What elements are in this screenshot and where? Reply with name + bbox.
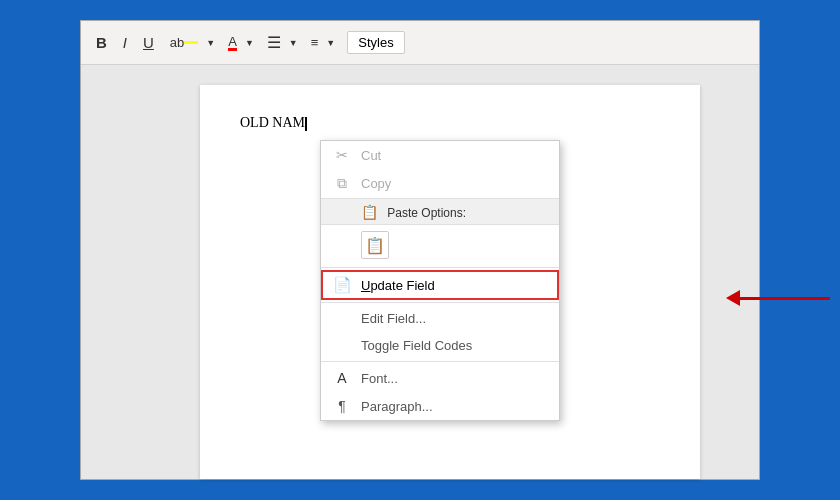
update-field-menu-item[interactable]: 📄 Update Field [321, 270, 559, 300]
text-content: OLD NAM [240, 115, 305, 130]
styles-button[interactable]: Styles [347, 31, 404, 54]
list-dropdown[interactable]: ▼ [287, 36, 300, 50]
paragraph-label: Paragraph... [361, 399, 433, 414]
cut-icon: ✂ [333, 147, 351, 163]
document-text: OLD NAM [240, 115, 660, 131]
paste-icons-row: 📋 [321, 225, 559, 265]
arrow-line [740, 297, 830, 300]
toolbar: B I U ab ▼ A ▼ ☰ ▼ ≡ ▼ Styles [81, 21, 759, 65]
context-menu: ✂ Cut ⧉ Copy 📋 Paste Options: 📋 [320, 140, 560, 421]
highlight-dropdown[interactable]: ▼ [204, 36, 217, 50]
update-underline: Update Field [361, 278, 435, 293]
font-color-dropdown[interactable]: ▼ [243, 36, 256, 50]
bold-button[interactable]: B [91, 31, 112, 54]
highlight-text: ab [170, 35, 184, 50]
toggle-field-menu-item[interactable]: Toggle Field Codes [321, 332, 559, 359]
text-cursor [305, 117, 307, 131]
underline-button[interactable]: U [138, 31, 159, 54]
update-field-icon: 📄 [333, 276, 351, 294]
paragraph-icon: ¶ [333, 398, 351, 414]
edit-field-menu-item[interactable]: Edit Field... [321, 305, 559, 332]
copy-label: Copy [361, 176, 391, 191]
paste-options-label: Paste Options: [387, 206, 466, 220]
font-label: Font... [361, 371, 398, 386]
word-window: B I U ab ▼ A ▼ ☰ ▼ ≡ ▼ Styles [80, 20, 760, 480]
font-icon: A [333, 370, 351, 386]
paste-keep-icon: 📋 [365, 236, 385, 255]
paste-icon: 📋 [361, 204, 378, 220]
paste-options-header: 📋 Paste Options: [321, 198, 559, 225]
indent-button[interactable]: ≡ [306, 32, 324, 53]
page: OLD NAM ✂ Cut ⧉ Copy 📋 Paste Options: [200, 85, 700, 479]
red-arrow [726, 290, 830, 306]
edit-field-label: Edit Field... [361, 311, 426, 326]
font-color-text: A [228, 35, 237, 51]
update-field-label: Update Field [361, 278, 435, 293]
copy-icon: ⧉ [333, 175, 351, 192]
paste-icon-keep[interactable]: 📋 [361, 231, 389, 259]
menu-divider-1 [321, 267, 559, 268]
italic-button[interactable]: I [118, 31, 132, 54]
cut-menu-item[interactable]: ✂ Cut [321, 141, 559, 169]
font-color-button[interactable]: A [223, 32, 242, 54]
paragraph-menu-item[interactable]: ¶ Paragraph... [321, 392, 559, 420]
highlight-bar-icon [184, 41, 198, 44]
copy-menu-item[interactable]: ⧉ Copy [321, 169, 559, 198]
arrow-head [726, 290, 740, 306]
menu-divider-2 [321, 302, 559, 303]
cut-label: Cut [361, 148, 381, 163]
list-button[interactable]: ☰ [262, 30, 286, 55]
indent-dropdown[interactable]: ▼ [324, 36, 337, 50]
font-menu-item[interactable]: A Font... [321, 364, 559, 392]
menu-divider-3 [321, 361, 559, 362]
toggle-field-label: Toggle Field Codes [361, 338, 472, 353]
highlight-button[interactable]: ab [165, 32, 203, 54]
doc-area: OLD NAM ✂ Cut ⧉ Copy 📋 Paste Options: [81, 65, 759, 479]
